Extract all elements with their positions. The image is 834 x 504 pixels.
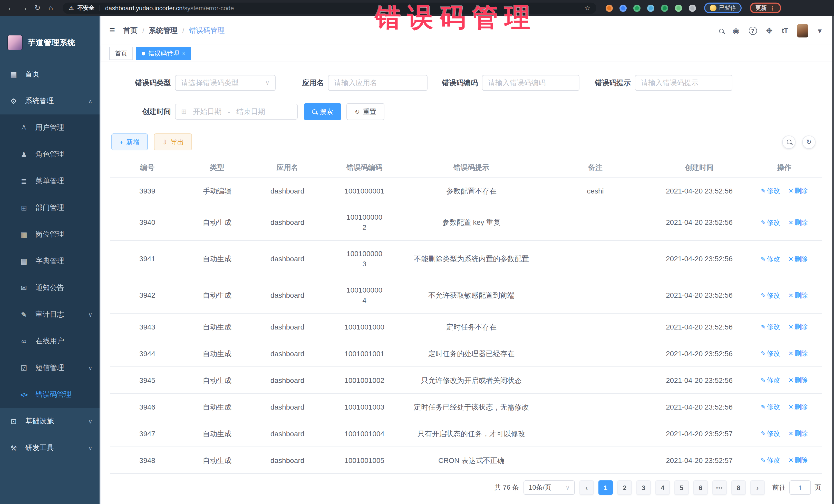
github-icon[interactable]: ◉ — [733, 26, 739, 35]
bookmark-star-icon[interactable]: ☆ — [584, 4, 590, 12]
date-range-picker[interactable]: ⊞ 开始日期 - 结束日期 — [175, 104, 298, 119]
edit-button[interactable]: ✎修改 — [761, 323, 780, 330]
edit-button[interactable]: ✎修改 — [761, 218, 780, 226]
forward-icon[interactable]: → — [19, 0, 30, 16]
page-size-select[interactable]: 10条/页 ∨ — [524, 480, 575, 495]
delete-button[interactable]: ✕删除 — [788, 456, 808, 464]
sidebar-item[interactable]: ♙ 用户管理 — [0, 114, 100, 141]
page-number-button[interactable]: 3 — [636, 480, 651, 495]
add-button[interactable]: + 新增 — [111, 133, 148, 150]
export-button[interactable]: ⇩ 导出 — [154, 133, 192, 150]
sidebar-logo-row[interactable]: 芋道管理系统 — [0, 16, 100, 61]
sidebar-item[interactable]: ⊞ 部门管理 — [0, 195, 100, 221]
next-page-button[interactable]: › — [750, 480, 765, 495]
breadcrumb-item[interactable]: 首页 — [123, 26, 137, 35]
cell-code: 1001001002 — [325, 367, 404, 393]
sidebar-item[interactable]: ▦ 首页 — [0, 61, 100, 88]
search-button[interactable]: 搜索 — [304, 103, 341, 120]
edit-button[interactable]: ✎修改 — [761, 403, 780, 411]
extension-icon[interactable] — [675, 4, 682, 12]
edit-button[interactable]: ✎修改 — [761, 430, 780, 437]
delete-button[interactable]: ✕删除 — [788, 291, 808, 299]
extension-icon[interactable] — [633, 4, 640, 12]
cell-app: dashboard — [250, 313, 325, 340]
sidebar-item[interactable]: ⚙ 系统管理 ∧ — [0, 88, 100, 114]
home-icon[interactable]: ⌂ — [45, 0, 57, 16]
hamburger-icon[interactable]: ≡ — [109, 24, 115, 36]
extension-icon[interactable] — [619, 4, 627, 12]
extension-icon[interactable] — [606, 4, 613, 12]
extension-icon[interactable] — [689, 4, 696, 12]
font-size-icon[interactable]: tT — [782, 27, 788, 35]
cell-operation: ✎修改 ✕删除 — [747, 204, 822, 240]
edit-button[interactable]: ✎修改 — [761, 350, 780, 357]
url-text[interactable]: dashboard.yudao.iocoder.cn/system/error-… — [105, 4, 234, 12]
browser-update-button[interactable]: 更新 ⋮ — [750, 3, 781, 13]
security-label[interactable]: 不安全 — [78, 4, 94, 12]
page-number-button[interactable]: 6 — [694, 480, 708, 495]
page-number-button[interactable]: 5 — [674, 480, 689, 495]
error-type-select[interactable]: 请选择错误码类型 ∨ — [175, 75, 276, 91]
extension-icon[interactable] — [661, 4, 668, 12]
edit-button[interactable]: ✎修改 — [761, 456, 780, 464]
page-number-button[interactable]: 1 — [598, 480, 613, 495]
address-bar[interactable]: ⚠ 不安全 dashboard.yudao.iocoder.cn/system/… — [63, 2, 596, 14]
cell-code: 1001001001 — [325, 340, 404, 367]
app-name-input[interactable]: 请输入应用名 — [328, 75, 427, 91]
sidebar-item[interactable]: ♟ 角色管理 — [0, 141, 100, 168]
help-icon[interactable]: ? — [749, 26, 757, 35]
edit-button[interactable]: ✎修改 — [761, 291, 780, 299]
page-number-button[interactable]: ••• — [712, 480, 727, 495]
error-code-input[interactable]: 请输入错误码编码 — [482, 75, 579, 91]
reset-button[interactable]: ↻ 重置 — [347, 103, 385, 120]
delete-button[interactable]: ✕删除 — [788, 218, 808, 226]
goto-page-input[interactable]: 1 — [789, 480, 811, 495]
profile-chip[interactable]: 已暂停 — [704, 3, 742, 13]
fullscreen-icon[interactable]: ✥ — [766, 26, 772, 35]
cell-remark — [539, 420, 652, 447]
close-icon[interactable]: × — [182, 50, 185, 56]
sidebar-item[interactable]: ✉ 通知公告 — [0, 275, 100, 301]
page-tab[interactable]: 首页 — [109, 47, 133, 60]
page-number-button[interactable]: 2 — [617, 480, 632, 495]
sidebar-item[interactable]: ⊡ 基础设施 ∨ — [0, 408, 100, 435]
prev-page-button[interactable]: ‹ — [579, 480, 594, 495]
back-icon[interactable]: ← — [5, 0, 17, 16]
edit-button[interactable]: ✎修改 — [761, 376, 780, 384]
page-number-button[interactable]: 4 — [655, 480, 670, 495]
sidebar-item[interactable]: ✎ 审计日志 ∨ — [0, 301, 100, 328]
refresh-table-button[interactable]: ↻ — [802, 135, 815, 149]
sidebar-item-label: 角色管理 — [36, 150, 64, 159]
search-icon[interactable] — [719, 26, 723, 35]
delete-button[interactable]: ✕删除 — [788, 403, 808, 411]
user-avatar[interactable] — [797, 24, 809, 37]
sidebar-item[interactable]: ∞ 在线用户 — [0, 328, 100, 355]
edit-button[interactable]: ✎修改 — [761, 187, 780, 195]
caret-down-icon[interactable]: ▾ — [818, 26, 822, 35]
delete-button[interactable]: ✕删除 — [788, 323, 808, 330]
error-msg-input[interactable]: 请输入错误码提示 — [635, 75, 732, 91]
breadcrumb-item[interactable]: 系统管理 — [149, 26, 178, 35]
delete-button[interactable]: ✕删除 — [788, 187, 808, 195]
browser-scrollbar[interactable] — [832, 16, 834, 504]
browser-menu-icon[interactable]: ⋮ — [769, 4, 775, 12]
delete-button[interactable]: ✕删除 — [788, 430, 808, 437]
filter-row-2: 创建时间 ⊞ 开始日期 - 结束日期 搜索 ↻ 重置 — [120, 103, 825, 120]
extension-icon[interactable] — [647, 4, 654, 12]
page-number-button[interactable]: 8 — [731, 480, 746, 495]
reload-icon[interactable]: ↻ — [32, 0, 43, 16]
sidebar-item[interactable]: ≣ 菜单管理 — [0, 168, 100, 195]
toggle-search-button[interactable] — [782, 135, 795, 149]
goto-label: 前往 — [772, 483, 786, 492]
sidebar-item[interactable]: ⚒ 研发工具 ∨ — [0, 435, 100, 461]
sidebar-item[interactable]: ▥ 岗位管理 — [0, 221, 100, 248]
sidebar-item[interactable]: </> 错误码管理 — [0, 381, 100, 408]
delete-button[interactable]: ✕删除 — [788, 376, 808, 384]
delete-button[interactable]: ✕删除 — [788, 255, 808, 263]
delete-button[interactable]: ✕删除 — [788, 350, 808, 357]
sidebar-item[interactable]: ▤ 字典管理 — [0, 248, 100, 275]
breadcrumb-item[interactable]: 错误码管理 — [189, 26, 225, 35]
edit-button[interactable]: ✎修改 — [761, 255, 780, 263]
page-tab[interactable]: 错误码管理 × — [136, 47, 191, 60]
sidebar-item[interactable]: ☑ 短信管理 ∨ — [0, 355, 100, 381]
